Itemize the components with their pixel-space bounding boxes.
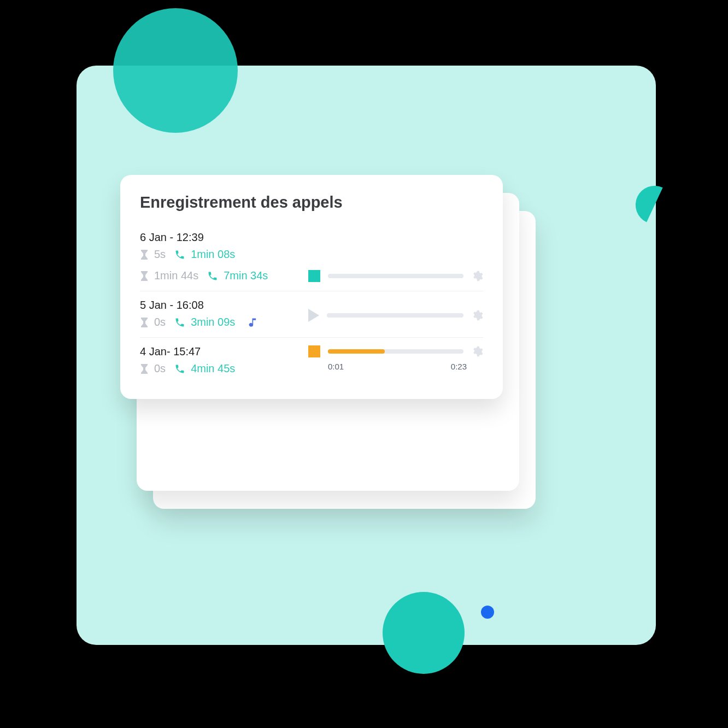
audio-player — [308, 309, 483, 322]
recording-entry: 4 Jan- 15:47 0s 4min 45s — [140, 338, 483, 384]
elapsed-time: 0:01 — [328, 362, 344, 371]
hourglass-icon — [140, 364, 149, 374]
wait-time: 1min 44s — [154, 269, 198, 282]
gear-icon[interactable] — [471, 309, 483, 321]
seek-bar[interactable] — [328, 274, 463, 278]
call-duration: 4min 45s — [191, 362, 235, 375]
seek-fill — [328, 349, 385, 354]
decor-dot-blue — [481, 606, 494, 619]
seek-bar[interactable] — [328, 349, 463, 354]
entry-date: 6 Jan - 12:39 — [140, 231, 483, 244]
phone-icon — [174, 317, 185, 328]
stop-button[interactable] — [308, 270, 320, 282]
entry-date: 4 Jan- 15:47 — [140, 345, 235, 358]
card-title: Enregistrement des appels — [140, 193, 483, 212]
call-duration: 7min 34s — [224, 269, 268, 282]
recording-entry: 6 Jan - 12:39 5s 1min 08s — [140, 224, 483, 291]
phone-icon — [207, 271, 218, 281]
decor-circle-top — [113, 8, 238, 133]
gear-icon[interactable] — [471, 345, 483, 357]
total-time: 0:23 — [451, 362, 467, 371]
phone-icon — [174, 363, 185, 374]
seek-bar[interactable] — [327, 313, 463, 318]
play-button[interactable] — [308, 309, 319, 322]
phone-icon — [174, 249, 185, 260]
time-labels: 0:01 0:23 — [308, 362, 483, 371]
wait-time: 5s — [154, 248, 166, 261]
audio-player — [308, 270, 483, 282]
entry-stats: 0s 3min 09s — [140, 316, 259, 328]
entry-stats: 0s 4min 45s — [140, 362, 235, 375]
hourglass-icon — [140, 318, 149, 327]
recordings-card: Enregistrement des appels 6 Jan - 12:39 … — [120, 175, 503, 399]
entry-stats-2: 1min 44s 7min 34s — [140, 269, 268, 282]
hourglass-icon — [140, 250, 149, 260]
audio-player — [308, 345, 483, 357]
call-duration: 1min 08s — [191, 248, 235, 261]
hourglass-icon — [140, 271, 149, 281]
music-icon — [248, 316, 259, 328]
wait-time: 0s — [154, 362, 166, 375]
stop-button[interactable] — [308, 345, 320, 357]
card-stack: Enregistrement des appels 6 Jan - 12:39 … — [120, 175, 536, 399]
decor-circle-bottom — [383, 592, 465, 674]
entry-date: 5 Jan - 16:08 — [140, 299, 259, 312]
entry-stats: 5s 1min 08s — [140, 248, 483, 261]
call-duration: 3min 09s — [191, 316, 235, 328]
wait-time: 0s — [154, 316, 166, 328]
recording-entry: 5 Jan - 16:08 0s 3min 09s — [140, 291, 483, 338]
gear-icon[interactable] — [471, 270, 483, 282]
